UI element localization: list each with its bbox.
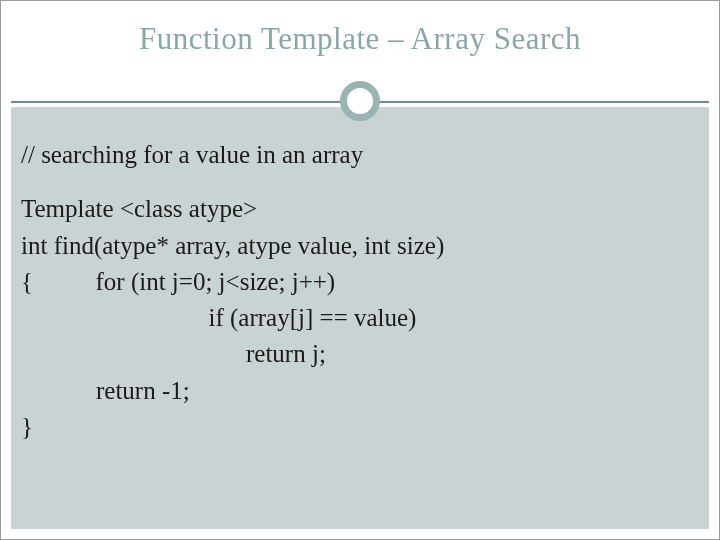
code-line: { for (int j=0; j<size; j++) xyxy=(21,264,699,300)
code-line: return j; xyxy=(21,336,699,372)
content-body: // searching for a value in an array Tem… xyxy=(21,137,699,445)
code-line: return -1; xyxy=(21,373,699,409)
blank-line xyxy=(21,173,699,191)
comment-line: // searching for a value in an array xyxy=(21,137,699,173)
code-line: if (array[j] == value) xyxy=(21,300,699,336)
slide-title: Function Template – Array Search xyxy=(41,21,679,57)
title-area: Function Template – Array Search xyxy=(1,1,719,121)
code-line: Template <class atype> xyxy=(21,191,699,227)
code-line: } xyxy=(21,409,699,445)
code-line: int find(atype* array, atype value, int … xyxy=(21,228,699,264)
slide: Function Template – Array Search // sear… xyxy=(0,0,720,540)
divider-ring-icon xyxy=(340,81,380,121)
